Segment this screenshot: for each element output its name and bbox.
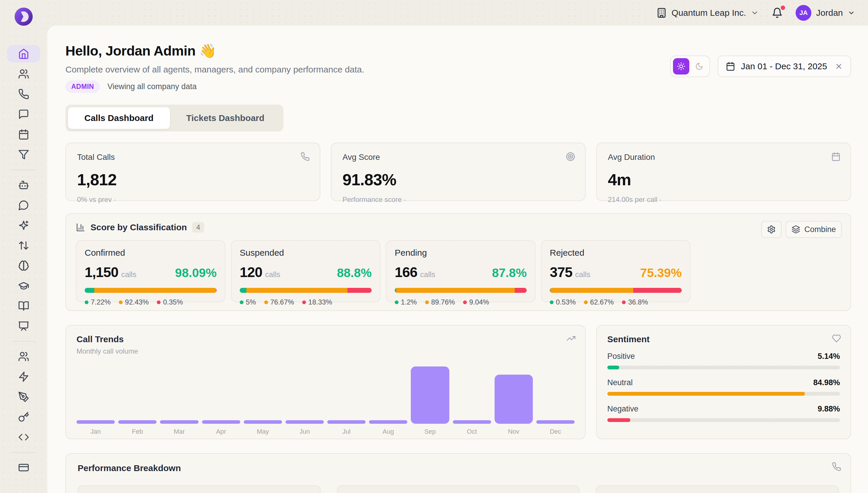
date-range-picker[interactable]: Jan 01 - Dec 31, 2025 xyxy=(718,56,851,77)
call-trends-title: Call Trends xyxy=(76,334,575,344)
sidebar-item-filter[interactable] xyxy=(7,146,40,163)
performance-card-avg-score: Avg Score xyxy=(596,486,839,493)
theme-dark-button[interactable] xyxy=(691,58,707,74)
avatar: JA xyxy=(796,5,812,21)
notifications-button[interactable] xyxy=(772,7,783,18)
theme-toggle xyxy=(670,56,710,77)
classification-grid: Confirmed 1,150 calls 98.09% 7.22% 92.43… xyxy=(76,240,841,302)
presentation-icon xyxy=(18,321,29,332)
classification-count-badge: 4 xyxy=(192,222,204,233)
book-open-icon xyxy=(18,300,29,312)
performance-breakdown-card: Performance Breakdown Total Calls Active… xyxy=(65,453,851,493)
header-controls: Jan 01 - Dec 31, 2025 xyxy=(670,56,851,77)
red-dot-icon xyxy=(302,300,306,304)
bar-feb[interactable] xyxy=(118,420,157,424)
score-value: 75.39% xyxy=(640,266,682,280)
stat-title: Total Calls xyxy=(77,153,309,162)
app-logo[interactable] xyxy=(15,7,33,26)
chart-column xyxy=(327,362,366,424)
orange-dot-icon xyxy=(264,300,268,304)
chart-column xyxy=(76,362,115,424)
calls-value: 120 xyxy=(240,264,262,280)
sentiment-row-neutral: Neutral 84.98% xyxy=(607,378,840,396)
sentiment-card: Sentiment Positive 5.14% Neutral 84.98% xyxy=(596,325,851,439)
sidebar-divider xyxy=(12,170,35,170)
sidebar-item-code[interactable] xyxy=(7,428,40,446)
sidebar xyxy=(0,0,47,493)
trending-up-icon xyxy=(566,334,576,343)
sidebar-item-arrow-up-down[interactable] xyxy=(7,237,40,254)
bar-nov[interactable] xyxy=(495,374,533,424)
sidebar-item-phone[interactable] xyxy=(7,85,40,103)
bar-sep[interactable] xyxy=(411,366,449,424)
month-label: Dec xyxy=(536,428,575,435)
tab-calls-dashboard[interactable]: Calls Dashboard xyxy=(68,107,170,129)
company-picker[interactable]: Quantum Leap Inc. xyxy=(656,7,759,18)
tab-tickets-dashboard[interactable]: Tickets Dashboard xyxy=(170,107,281,129)
bar-may[interactable] xyxy=(244,420,282,424)
sidebar-item-calendar[interactable] xyxy=(7,126,40,143)
combine-button[interactable]: Combine xyxy=(786,221,842,238)
sun-icon xyxy=(677,62,686,71)
user-name: Jordan xyxy=(816,8,843,18)
sentiment-row-positive: Positive 5.14% xyxy=(607,352,840,369)
chart-column xyxy=(285,362,324,424)
sidebar-item-book-open[interactable] xyxy=(7,297,40,315)
stat-value: 91.83% xyxy=(342,170,574,189)
notification-dot xyxy=(781,5,785,10)
calendar-icon xyxy=(831,152,841,161)
sidebar-item-key[interactable] xyxy=(7,408,40,426)
classification-bar xyxy=(550,288,682,293)
bar-jul[interactable] xyxy=(327,420,366,424)
red-dot-icon xyxy=(463,300,467,304)
sidebar-item-message-circle[interactable] xyxy=(7,196,40,214)
month-label: Mar xyxy=(160,428,198,435)
sidebar-item-users[interactable] xyxy=(7,348,40,365)
sidebar-item-message-square[interactable] xyxy=(7,106,40,123)
bar-aug[interactable] xyxy=(369,420,407,424)
bar-apr[interactable] xyxy=(202,420,240,424)
sidebar-divider xyxy=(12,452,35,453)
users-icon xyxy=(18,68,29,80)
classification-card-pending: Pending 166 calls 87.8% 1.2% 89.76% 9.04… xyxy=(386,240,535,302)
bar-oct[interactable] xyxy=(453,420,491,424)
sidebar-item-home[interactable] xyxy=(7,45,40,63)
stat-subtext: 214.00s per call · xyxy=(608,195,839,204)
sentiment-fill xyxy=(607,366,619,369)
month-label: May xyxy=(244,428,282,435)
classification-title: Score by Classification xyxy=(91,222,187,232)
bar-dec[interactable] xyxy=(536,420,575,424)
bar-mar[interactable] xyxy=(160,420,198,424)
sidebar-item-credit-card[interactable] xyxy=(7,459,40,476)
sidebar-item-graduation-cap[interactable] xyxy=(7,277,40,295)
green-dot-icon xyxy=(395,300,398,304)
performance-card-total-calls: Total Calls xyxy=(78,486,321,493)
calendar-icon xyxy=(726,62,735,71)
close-icon[interactable] xyxy=(835,62,843,70)
bar-chart-icon xyxy=(76,223,85,232)
sidebar-item-zap[interactable] xyxy=(7,368,40,385)
sidebar-item-sparkles[interactable] xyxy=(7,217,40,234)
sidebar-item-users[interactable] xyxy=(7,65,40,83)
user-menu[interactable]: JA Jordan xyxy=(796,5,855,21)
month-label: Nov xyxy=(495,428,533,435)
sidebar-item-bot[interactable] xyxy=(7,176,40,194)
classification-section: Score by Classification 4 Combine Confir… xyxy=(65,213,851,311)
classification-bar xyxy=(395,288,527,293)
month-label: Jul xyxy=(327,428,366,435)
theme-light-button[interactable] xyxy=(673,58,689,74)
main-panel: Hello, Jordan Admin 👋 Complete overview … xyxy=(47,26,868,493)
scope-note: Viewing all company data xyxy=(108,82,197,91)
pen-tool-icon xyxy=(18,391,29,402)
sidebar-item-pen-tool[interactable] xyxy=(7,388,40,406)
heart-icon xyxy=(832,334,841,343)
month-label: Aug xyxy=(369,428,407,435)
bar-jan[interactable] xyxy=(76,420,115,424)
chevron-down-icon xyxy=(848,9,855,17)
sidebar-item-presentation[interactable] xyxy=(7,317,40,335)
settings-button[interactable] xyxy=(761,221,782,238)
bar-jun[interactable] xyxy=(285,420,324,424)
chevron-down-icon xyxy=(751,9,759,17)
filter-icon xyxy=(18,149,29,160)
sidebar-item-brain[interactable] xyxy=(7,257,40,274)
